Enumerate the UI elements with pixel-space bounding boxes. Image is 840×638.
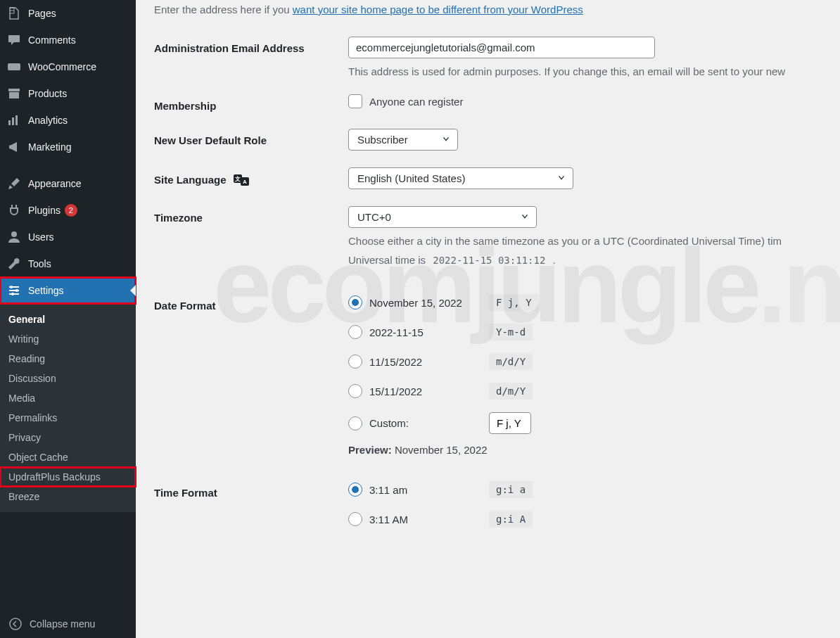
sidebar-item-products[interactable]: Products	[0, 80, 136, 107]
site-language-label: Site Language 文A	[154, 167, 348, 189]
time-format-radio-0[interactable]	[348, 483, 362, 497]
submenu-item-media[interactable]: Media	[0, 388, 136, 408]
svg-point-8	[15, 289, 18, 292]
sidebar-item-label: Analytics	[28, 115, 68, 126]
svg-point-9	[11, 293, 14, 295]
sidebar-item-label: Marketing	[28, 141, 71, 153]
submenu-item-writing[interactable]: Writing	[0, 329, 136, 349]
date-format-radio-1[interactable]	[348, 325, 362, 339]
time-format-option-label: 3:11 am	[369, 484, 489, 496]
svg-rect-0	[8, 63, 20, 70]
date-format-code: m/d/Y	[489, 353, 533, 370]
svg-point-10	[10, 618, 21, 630]
sidebar-item-analytics[interactable]: Analytics	[0, 107, 136, 134]
submenu-item-object-cache[interactable]: Object Cache	[0, 447, 136, 467]
anyone-can-register-checkbox[interactable]	[348, 94, 362, 108]
woo-icon	[7, 60, 21, 74]
time-format-code: g:i a	[489, 481, 533, 498]
time-format-label: Time Format	[154, 481, 348, 528]
collapse-icon	[8, 617, 23, 631]
sidebar-item-label: Plugins	[28, 205, 61, 216]
date-format-label: Date Format	[154, 294, 348, 456]
brush-icon	[7, 177, 21, 191]
sidebar-item-pages[interactable]: Pages	[0, 0, 136, 27]
date-format-option-label: November 15, 2022	[369, 297, 489, 309]
svg-rect-2	[9, 92, 19, 98]
sidebar-item-appearance[interactable]: Appearance	[0, 170, 136, 197]
sidebar-item-label: Products	[28, 88, 67, 99]
date-format-option-label: 2022-11-15	[369, 326, 489, 338]
admin-email-label: Administration Email Address	[154, 37, 348, 77]
date-format-radio-3[interactable]	[348, 384, 362, 398]
megaphone-icon	[7, 140, 21, 154]
sidebar-item-woocommerce[interactable]: WooCommerce	[0, 53, 136, 80]
timezone-select[interactable]: UTC+0	[348, 206, 537, 228]
translate-icon: 文A	[234, 173, 249, 189]
submenu-item-updraftplus-backups[interactable]: UpdraftPlus Backups	[0, 467, 136, 487]
svg-text:文: 文	[234, 176, 241, 182]
comment-icon	[7, 33, 21, 47]
site-address-description: Enter the address here if you want your …	[154, 4, 840, 15]
pages-icon	[7, 6, 21, 20]
submenu-item-reading[interactable]: Reading	[0, 349, 136, 369]
timezone-label: Timezone	[154, 206, 348, 266]
site-address-help-link[interactable]: want your site home page to be different…	[293, 4, 583, 15]
sidebar-item-plugins[interactable]: Plugins2	[0, 197, 136, 224]
chart-icon	[7, 113, 21, 127]
date-format-option-label: 11/15/2022	[369, 356, 489, 368]
svg-point-6	[11, 231, 17, 237]
date-format-code: F j, Y	[489, 294, 539, 311]
sidebar-item-label: Tools	[28, 258, 51, 269]
date-format-custom-radio[interactable]	[348, 416, 362, 430]
archive-icon	[7, 87, 21, 101]
date-format-custom-label: Custom:	[369, 417, 489, 429]
svg-rect-1	[8, 89, 20, 91]
date-format-code: d/m/Y	[489, 383, 533, 400]
date-format-radio-0[interactable]	[348, 295, 362, 310]
sidebar-item-marketing[interactable]: Marketing	[0, 134, 136, 160]
submenu-item-general[interactable]: General	[0, 310, 136, 329]
site-language-select[interactable]: English (United States)	[348, 167, 573, 189]
collapse-menu-button[interactable]: Collapse menu	[0, 610, 136, 638]
submenu-item-discussion[interactable]: Discussion	[0, 369, 136, 388]
admin-email-description: This address is used for admin purposes.…	[348, 65, 840, 77]
active-arrow-icon	[130, 285, 136, 296]
date-format-option-label: 15/11/2022	[369, 385, 489, 397]
sidebar-item-label: Users	[28, 231, 54, 243]
svg-text:A: A	[243, 179, 247, 185]
collapse-menu-label: Collapse menu	[30, 618, 95, 630]
sidebar-item-label: Appearance	[28, 178, 82, 189]
svg-rect-4	[12, 117, 14, 125]
submenu-item-breeze[interactable]: Breeze	[0, 487, 136, 506]
svg-point-7	[10, 286, 13, 288]
wrench-icon	[7, 257, 21, 271]
sidebar-item-settings[interactable]: Settings	[0, 277, 136, 304]
submenu-item-privacy[interactable]: Privacy	[0, 428, 136, 447]
user-icon	[7, 230, 21, 244]
date-format-radio-2[interactable]	[348, 355, 362, 369]
sidebar-item-label: WooCommerce	[28, 61, 96, 72]
sidebar-item-label: Pages	[28, 8, 56, 19]
settings-general-content: ecomjungle.net Enter the address here if…	[136, 0, 840, 638]
timezone-description: Choose either a city in the same timezon…	[348, 235, 840, 247]
sidebar-item-tools[interactable]: Tools	[0, 250, 136, 277]
sidebar-item-users[interactable]: Users	[0, 224, 136, 250]
sidebar-item-label: Comments	[28, 34, 76, 46]
date-format-preview: Preview: November 15, 2022	[348, 444, 840, 456]
sidebar-item-comments[interactable]: Comments	[0, 27, 136, 53]
date-format-custom-input[interactable]	[489, 412, 531, 434]
time-format-code: g:i A	[489, 511, 533, 528]
admin-sidebar: PagesCommentsWooCommerceProductsAnalytic…	[0, 0, 136, 638]
sidebar-item-label: Settings	[28, 285, 64, 296]
admin-email-input[interactable]	[348, 37, 655, 58]
default-role-select[interactable]: Subscriber	[348, 129, 458, 151]
submenu-item-permalinks[interactable]: Permalinks	[0, 408, 136, 428]
sliders-icon	[7, 283, 21, 298]
time-format-radio-1[interactable]	[348, 512, 362, 526]
svg-rect-5	[15, 115, 18, 125]
settings-submenu: GeneralWritingReadingDiscussionMediaPerm…	[0, 304, 136, 512]
update-badge: 2	[65, 204, 77, 217]
anyone-can-register-label: Anyone can register	[369, 96, 463, 108]
membership-label: Membership	[154, 94, 348, 112]
plug-icon	[7, 203, 21, 217]
